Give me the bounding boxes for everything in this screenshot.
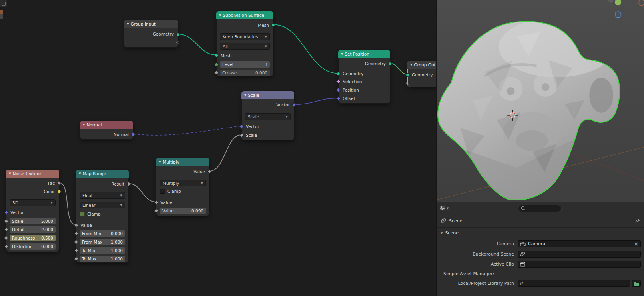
socket-result-output[interactable]	[126, 182, 131, 186]
socket-scale-input[interactable]	[239, 133, 244, 137]
pin-icon[interactable]	[635, 218, 640, 223]
uv-smooth-dropdown[interactable]: All ▼	[220, 43, 270, 50]
boundary-smooth-dropdown[interactable]: Keep Boundaries ▼	[220, 33, 270, 40]
collapse-chevron-icon[interactable]: ▼	[341, 52, 343, 56]
collapse-chevron-icon[interactable]: ▼	[127, 22, 129, 26]
node-group-output[interactable]: ▼ Group Output Geometry	[407, 61, 436, 87]
crease-field[interactable]: Crease 0.000	[220, 70, 270, 76]
socket-color-output[interactable]	[57, 189, 61, 194]
socket-scale-input[interactable]	[4, 219, 8, 223]
socket-to-max-input[interactable]	[74, 256, 78, 261]
node-header[interactable]: ▼ Scale	[241, 91, 294, 99]
node-math-multiply[interactable]: ▼ Multiply Value Multiply ▼ Clamp Value …	[156, 158, 209, 216]
node-header[interactable]: ▼ Map Range	[76, 170, 129, 178]
collapse-chevron-icon[interactable]: ▼	[9, 172, 11, 175]
link-subdivision-setposition	[273, 25, 338, 74]
socket-offset-input[interactable]	[336, 96, 341, 100]
socket-value2-input[interactable]	[154, 208, 158, 213]
node-normal[interactable]: ▼ Normal Normal	[80, 121, 133, 140]
scene-panel-header[interactable]: ▼ Scene	[441, 230, 459, 236]
breadcrumb-scene[interactable]: Scene	[449, 218, 463, 224]
socket-selection-input[interactable]	[336, 79, 341, 84]
socket-vector-input[interactable]	[239, 124, 244, 128]
distortion-field[interactable]: Distortion 0.000	[10, 243, 56, 250]
node-header[interactable]: ▼ Multiply	[156, 158, 209, 166]
background-scene-field[interactable]	[518, 251, 641, 258]
collapse-chevron-icon[interactable]: ▼	[83, 123, 85, 126]
folder-browse-button[interactable]	[632, 280, 641, 287]
socket-vector-input[interactable]	[4, 210, 8, 214]
node-header[interactable]: ▼ Group Output	[407, 61, 436, 69]
socket-detail-input[interactable]	[4, 227, 8, 232]
dimensions-dropdown[interactable]: 3D ▼	[10, 199, 56, 206]
socket-normal-output[interactable]	[131, 132, 135, 136]
node-subdivision-surface[interactable]: ▼ Subdivision Surface Mesh Keep Boundari…	[216, 11, 273, 76]
node-set-position[interactable]: ▼ Set Position Geometry Geometry Selecti…	[338, 50, 390, 104]
editor-type-button[interactable]: ▼	[440, 205, 449, 212]
socket-vector-output[interactable]	[292, 102, 296, 107]
node-header[interactable]: ▼ Group Input	[124, 20, 178, 28]
node-header[interactable]: ▼ Normal	[80, 121, 133, 129]
socket-level-input[interactable]	[215, 63, 218, 66]
scale-field[interactable]: Scale 5.000	[10, 218, 56, 224]
node-header[interactable]: ▼ Noise Texture	[6, 170, 59, 178]
socket-geometry-output[interactable]	[388, 62, 392, 66]
search-box[interactable]	[518, 205, 562, 212]
clamp-checkbox[interactable]	[160, 189, 165, 194]
clamp-checkbox-row[interactable]: Clamp	[160, 189, 181, 194]
node-vector-math-scale[interactable]: ▼ Scale Vector Scale ▼ Vector Scale	[241, 91, 294, 140]
socket-position-input[interactable]	[336, 88, 341, 92]
collapse-chevron-icon[interactable]: ▼	[219, 14, 221, 17]
clamp-checkbox-row[interactable]: Clamp	[80, 212, 101, 216]
geometry-node-editor[interactable]: ▼ Group Input Geometry ▼ Subdivision Sur…	[0, 0, 436, 296]
collapse-chevron-icon[interactable]: ▼	[159, 160, 161, 164]
socket-fac-output[interactable]	[57, 181, 61, 185]
clear-button[interactable]: ×	[634, 241, 638, 246]
socket-virtual[interactable]	[406, 82, 409, 85]
operation-dropdown[interactable]: Multiply ▼	[160, 180, 206, 186]
node-title: Group Output	[414, 62, 436, 67]
node-header[interactable]: ▼ Set Position	[338, 50, 390, 58]
node-header[interactable]: ▼ Subdivision Surface	[216, 11, 273, 19]
collapse-chevron-icon[interactable]: ▼	[79, 172, 81, 175]
socket-crease-input[interactable]	[214, 70, 219, 75]
operation-dropdown[interactable]: Scale ▼	[245, 113, 291, 120]
value-field[interactable]: Value 0.090	[160, 208, 206, 214]
socket-geometry-input[interactable]	[337, 72, 340, 76]
socket-to-min-input[interactable]	[74, 248, 78, 252]
socket-distortion-input[interactable]	[4, 244, 8, 248]
socket-value-input[interactable]	[154, 200, 158, 204]
node-map-range[interactable]: ▼ Map Range Result Float ▼ Linear ▼ Clam…	[76, 170, 129, 263]
level-field[interactable]: Level 3	[220, 61, 270, 68]
axis-ball-blue[interactable]	[615, 12, 621, 18]
viewport-3d[interactable]	[436, 0, 644, 202]
socket-value-input[interactable]	[74, 223, 78, 227]
socket-virtual[interactable]	[176, 41, 179, 44]
socket-geometry-input[interactable]	[406, 73, 409, 77]
from-min-field[interactable]: From Min 0.000	[80, 230, 125, 237]
collapse-chevron-icon[interactable]: ▼	[244, 94, 246, 97]
detail-field[interactable]: Detail 2.000	[10, 226, 56, 233]
socket-geometry-output[interactable]	[176, 33, 180, 36]
interpolation-dropdown[interactable]: Linear ▼	[80, 202, 125, 208]
node-noise-texture[interactable]: ▼ Noise Texture Fac Color 3D ▼ Vector Sc…	[6, 170, 59, 252]
collapse-chevron-icon[interactable]: ▼	[410, 63, 412, 66]
socket-mesh-input[interactable]	[215, 54, 218, 57]
camera-field[interactable]: Camera ×	[518, 240, 641, 247]
from-max-field[interactable]: From Max 1.000	[80, 239, 125, 245]
to-min-field[interactable]: To Min -1.000	[80, 247, 125, 254]
clamp-checkbox[interactable]	[80, 212, 85, 216]
socket-mesh-output[interactable]	[271, 23, 275, 27]
node-group-input[interactable]: ▼ Group Input Geometry	[124, 20, 178, 48]
search-input[interactable]	[527, 206, 558, 211]
roughness-field[interactable]: Roughness 0.500	[10, 235, 56, 241]
socket-roughness-input[interactable]	[4, 236, 8, 240]
active-clip-field[interactable]	[518, 261, 641, 268]
socket-from-min-input[interactable]	[74, 231, 78, 236]
to-max-field[interactable]: To Max 1.000	[80, 256, 125, 262]
socket-from-max-input[interactable]	[74, 240, 78, 244]
socket-value-output[interactable]	[207, 169, 211, 174]
data-type-dropdown[interactable]: Float ▼	[80, 192, 125, 199]
library-path-field[interactable]: //	[518, 280, 630, 287]
breadcrumb: Scene	[441, 217, 640, 225]
